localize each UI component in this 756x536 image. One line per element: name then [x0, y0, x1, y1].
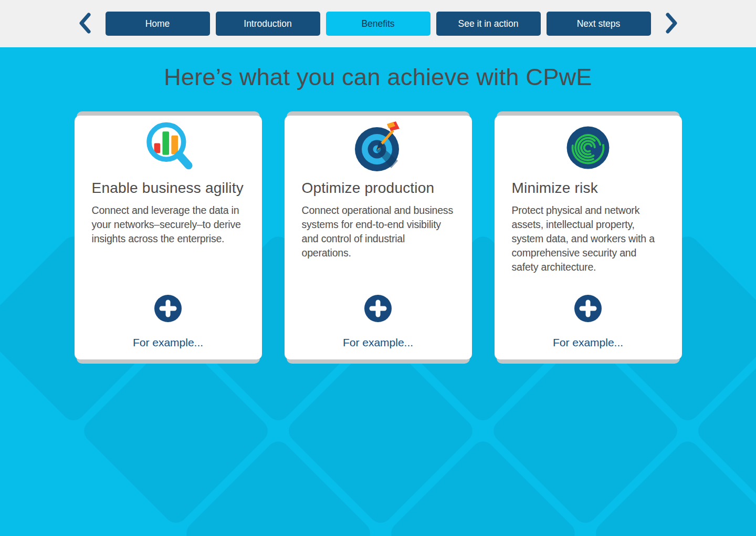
target-arrow-icon	[302, 116, 455, 180]
card-title: Enable business agility	[92, 180, 245, 197]
chevron-right-icon	[664, 11, 679, 37]
card-description: Connect operational and business systems…	[302, 203, 455, 260]
card-optimize-production: Optimize production Connect operational …	[285, 116, 472, 359]
magnifier-chart-icon	[92, 116, 245, 180]
fingerprint-icon	[512, 116, 665, 180]
plus-icon	[574, 316, 602, 324]
nav-tab-home[interactable]: Home	[106, 12, 210, 36]
benefit-cards-row: Enable business agility Connect and leve…	[0, 116, 756, 359]
expand-example-button[interactable]	[574, 295, 602, 322]
nav-button-group: Home Introduction Benefits See it in act…	[106, 12, 651, 36]
card-enable-business-agility: Enable business agility Connect and leve…	[75, 116, 262, 359]
top-navigation-bar: Home Introduction Benefits See it in act…	[0, 0, 756, 47]
for-example-link[interactable]: For example...	[343, 336, 413, 349]
page-title: Here’s what you can achieve with CPwE	[0, 64, 756, 91]
previous-page-button[interactable]	[76, 11, 94, 37]
card-minimize-risk: Minimize risk Protect physical and netwo…	[495, 116, 682, 359]
for-example-link[interactable]: For example...	[553, 336, 623, 349]
card-description: Protect physical and network assets, int…	[512, 203, 665, 274]
plus-icon	[154, 316, 182, 324]
card-description: Connect and leverage the data in your ne…	[92, 203, 245, 246]
card-title: Optimize production	[302, 180, 455, 197]
nav-tab-introduction[interactable]: Introduction	[216, 12, 320, 36]
next-page-button[interactable]	[663, 11, 680, 37]
nav-tab-next-steps[interactable]: Next steps	[547, 12, 651, 36]
for-example-link[interactable]: For example...	[133, 336, 203, 349]
slide-content-area: Here’s what you can achieve with CPwE En…	[0, 47, 756, 536]
expand-example-button[interactable]	[154, 295, 182, 322]
nav-tab-benefits[interactable]: Benefits	[326, 12, 430, 36]
plus-icon	[364, 316, 392, 324]
expand-example-button[interactable]	[364, 295, 392, 322]
nav-tab-see-it-in-action[interactable]: See it in action	[436, 12, 541, 36]
chevron-left-icon	[77, 11, 93, 37]
card-title: Minimize risk	[512, 180, 665, 197]
